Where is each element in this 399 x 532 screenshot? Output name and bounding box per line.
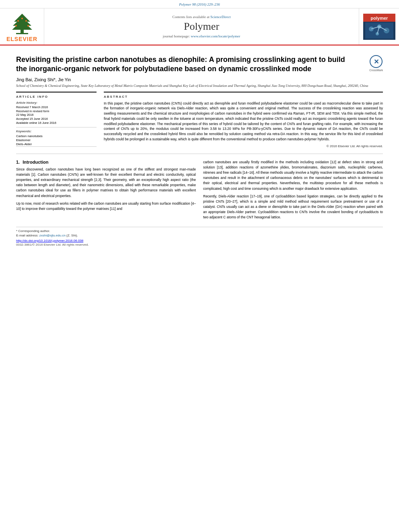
affiliation: School of Chemistry & Chemical Engineeri…	[16, 84, 383, 88]
intro-para-4: Recently, Diels-Alder reaction [17–19], …	[203, 194, 383, 220]
keyword-1: Carbon nanotubes	[16, 134, 97, 138]
keyword-2: Elastomer	[16, 138, 97, 142]
article-info-header: ARTICLE INFO	[16, 95, 97, 99]
svg-rect-1	[16, 33, 28, 34]
footer-area: * Corresponding author. E-mail address: …	[16, 227, 383, 246]
keyword-3: Diels-Alder	[16, 142, 97, 146]
accepted-date: Accepted 15 June 2016	[16, 117, 97, 121]
available-date: Available online 16 June 2016	[16, 121, 97, 125]
svg-point-6	[25, 20, 27, 22]
doi-link[interactable]: http://dx.doi.org/10.1016/j.polymer.2016…	[16, 239, 383, 242]
article-info-abstract-row: ARTICLE INFO Article history: Received 7…	[16, 92, 383, 148]
issn-text: 0032-3861/© 2016 Elsevier Ltd. All right…	[16, 243, 383, 246]
svg-point-7	[15, 25, 17, 27]
science-direct-notice: Contents lists available at ScienceDirec…	[173, 15, 231, 19]
svg-point-9	[21, 18, 23, 19]
elsevier-brand-text: ELSEVIER	[6, 36, 37, 42]
abstract-header: ABSTRACT	[104, 95, 383, 99]
article-info-col: ARTICLE INFO Article history: Received 7…	[16, 92, 97, 148]
svg-text:polymer: polymer	[370, 16, 388, 21]
introduction-section: 1. Introduction Since discovered, carbon…	[16, 160, 383, 223]
journal-ref: Polymer 98 (2016) 229–236	[179, 2, 220, 6]
section-divider	[16, 154, 383, 154]
intro-para-2: Up to now, most of research works relate…	[16, 201, 196, 212]
keywords-box: Keywords: Carbon nanotubes Elastomer Die…	[16, 127, 97, 146]
revised-date: Received in revised form 22 May 2016	[16, 109, 97, 117]
page: Polymer 98 (2016) 229–236 ELSEVIER	[0, 0, 399, 532]
title-area: Revisiting the pristine carbon nanotubes…	[16, 55, 383, 74]
homepage-url[interactable]: www.elsevier.com/locate/polymer	[191, 34, 240, 38]
main-content: Revisiting the pristine carbon nanotubes…	[0, 45, 399, 255]
intro-para-3: carbon nanotubes are usually firstly mod…	[203, 160, 383, 191]
science-direct-link[interactable]: ScienceDirect	[210, 15, 230, 19]
corresponding-note: * Corresponding author.	[16, 229, 383, 233]
intro-two-col: 1. Introduction Since discovered, carbon…	[16, 160, 383, 223]
header-center: Contents lists available at ScienceDirec…	[44, 8, 359, 45]
elsevier-tree-icon	[8, 13, 36, 35]
top-bar: Polymer 98 (2016) 229–236	[0, 0, 399, 8]
homepage-link: journal homepage: www.elsevier.com/locat…	[163, 34, 240, 38]
polymer-logo-image: polymer	[363, 14, 395, 40]
history-label: Article history:	[16, 101, 97, 105]
elsevier-logo-box: ELSEVIER	[0, 8, 44, 45]
svg-point-8	[27, 25, 29, 27]
email-link[interactable]: zxshi@sjtu.edu.cn	[39, 234, 66, 237]
crossmark-badge[interactable]: ✕ CrossMark	[369, 55, 383, 72]
abstract-text: In this paper, the pristine carbon nanot…	[104, 101, 383, 142]
journal-title-text: Polymer	[184, 21, 219, 33]
copyright: © 2016 Elsevier Ltd. All rights reserved…	[104, 144, 383, 148]
svg-point-5	[17, 20, 19, 22]
polymer-logo-box: polymer	[359, 8, 399, 45]
intro-col-right: carbon nanotubes are usually firstly mod…	[203, 160, 383, 223]
article-info-box: ARTICLE INFO Article history: Received 7…	[16, 92, 97, 147]
received-date: Received 7 March 2016	[16, 105, 97, 109]
crossmark-label: CrossMark	[369, 69, 383, 72]
journal-header: ELSEVIER Contents lists available at Sci…	[0, 8, 399, 45]
polymer-logo-svg: polymer	[363, 14, 395, 40]
authors: Jing Bai, Zixing Shi*, Jie Yin	[16, 77, 383, 82]
article-history: Article history: Received 7 March 2016 R…	[16, 101, 97, 125]
intro-col-left: 1. Introduction Since discovered, carbon…	[16, 160, 196, 223]
keywords-label: Keywords:	[16, 129, 97, 133]
crossmark-icon: ✕	[370, 55, 383, 68]
abstract-section: ABSTRACT In this paper, the pristine car…	[104, 92, 383, 148]
intro-heading: 1. Introduction	[16, 160, 196, 164]
intro-para-1: Since discovered, carbon nanotubes have …	[16, 167, 196, 199]
email-note: E-mail address: zxshi@sjtu.edu.cn (Z. Sh…	[16, 234, 383, 237]
abstract-col: ABSTRACT In this paper, the pristine car…	[104, 92, 383, 148]
article-title: Revisiting the pristine carbon nanotubes…	[16, 55, 383, 74]
